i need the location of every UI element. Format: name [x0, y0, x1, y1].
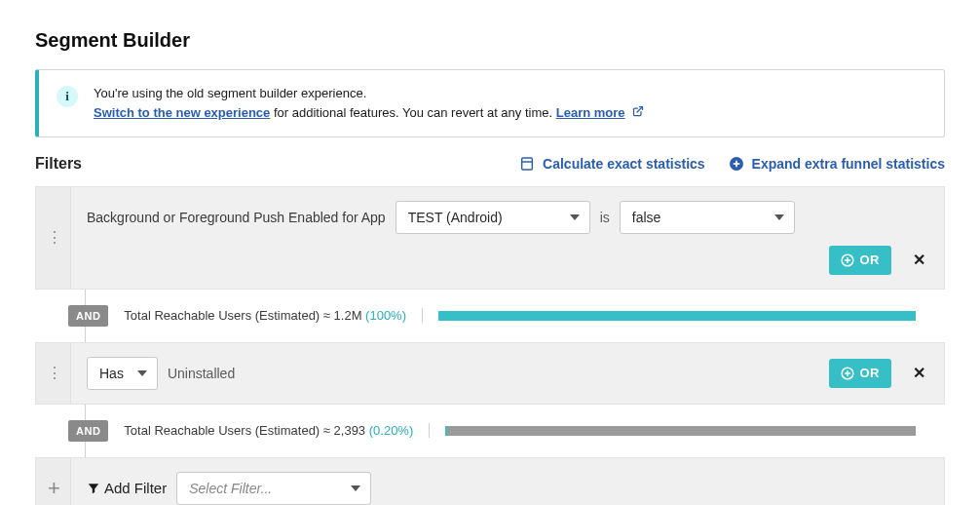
reach-prefix: Total Reachable Users (Estimated) ≈: [124, 423, 333, 438]
filter-row-2: ⋮ Has Uninstalled OR ✕: [35, 342, 945, 405]
notice-tail: for additional features. You can revert …: [270, 105, 555, 120]
add-filter-select[interactable]: Select Filter...: [176, 472, 371, 505]
filter-1-actions: OR ✕: [87, 246, 928, 275]
add-filter-row: + Add Filter Select Filter...: [35, 457, 945, 505]
filter-1-condition: Background or Foreground Push Enabled fo…: [87, 201, 928, 234]
and-chip: AND: [68, 305, 108, 327]
or-button[interactable]: OR: [829, 359, 892, 388]
filter-row-1: ⋮ Background or Foreground Push Enabled …: [35, 186, 945, 290]
reach-value: 2,393: [334, 423, 366, 438]
drag-handle-icon[interactable]: ⋮: [36, 187, 71, 289]
remove-filter-button[interactable]: ✕: [909, 364, 928, 382]
chevron-down-icon: [137, 370, 147, 376]
plus-circle-icon: [841, 367, 854, 380]
reach-text-1: Total Reachable Users (Estimated) ≈ 1.2M…: [124, 308, 423, 323]
calculate-stats-link[interactable]: Calculate exact statistics: [519, 156, 705, 172]
filter-2-condition: Has Uninstalled: [87, 357, 235, 390]
reach-value: 1.2M: [334, 308, 362, 323]
app-select-value: TEST (Android): [408, 210, 503, 225]
filters-header: Filters Calculate exact statistics Expan…: [35, 155, 945, 173]
reach-text-2: Total Reachable Users (Estimated) ≈ 2,39…: [124, 423, 430, 438]
stat-links: Calculate exact statistics Expand extra …: [519, 156, 945, 172]
learn-more-link[interactable]: Learn more: [556, 105, 625, 120]
chevron-down-icon: [570, 214, 580, 220]
value-select[interactable]: false: [620, 201, 795, 234]
expand-funnel-stats-label: Expand extra funnel statistics: [752, 156, 945, 172]
external-link-icon: [632, 103, 644, 123]
old-experience-notice: i You're using the old segment builder e…: [35, 69, 945, 137]
plus-circle-icon: [841, 253, 854, 267]
app-select[interactable]: TEST (Android): [396, 201, 590, 234]
or-button-label: OR: [860, 366, 881, 380]
and-chip: AND: [68, 420, 108, 442]
reach-bar-2: [445, 426, 945, 436]
drag-handle-icon[interactable]: ⋮: [36, 343, 71, 404]
value-select-value: false: [632, 210, 661, 225]
filter-1-label: Background or Foreground Push Enabled fo…: [87, 210, 386, 225]
has-select[interactable]: Has: [87, 357, 158, 390]
and-row-2: AND Total Reachable Users (Estimated) ≈ …: [35, 405, 945, 457]
notice-line1: You're using the old segment builder exp…: [94, 86, 366, 100]
chevron-down-icon: [351, 486, 360, 491]
reach-bar-1: [438, 311, 945, 321]
filters-timeline: ⋮ Background or Foreground Push Enabled …: [35, 186, 945, 505]
switch-experience-link[interactable]: Switch to the new experience: [94, 105, 270, 120]
filter-2-actions: OR ✕: [829, 359, 929, 388]
is-word: is: [600, 210, 610, 225]
remove-filter-button[interactable]: ✕: [909, 251, 928, 269]
add-filter-plus-icon[interactable]: +: [36, 458, 71, 505]
has-select-value: Has: [99, 366, 124, 381]
and-row-1: AND Total Reachable Users (Estimated) ≈ …: [35, 290, 945, 342]
or-button[interactable]: OR: [829, 246, 892, 275]
filters-title: Filters: [35, 155, 82, 173]
funnel-icon: [87, 482, 100, 495]
uninstalled-label: Uninstalled: [168, 366, 235, 381]
reach-pct: (0.20%): [369, 423, 414, 438]
svg-line-0: [637, 107, 643, 113]
or-button-label: OR: [860, 252, 881, 267]
expand-funnel-stats-link[interactable]: Expand extra funnel statistics: [729, 156, 945, 172]
add-filter-label: Add Filter: [87, 480, 167, 496]
page-title: Segment Builder: [35, 29, 945, 52]
info-icon: i: [57, 86, 78, 107]
reach-prefix: Total Reachable Users (Estimated) ≈: [124, 308, 333, 323]
notice-message: You're using the old segment builder exp…: [94, 84, 644, 123]
add-filter-text: Add Filter: [104, 480, 167, 496]
plus-circle-icon: [729, 156, 744, 172]
calculator-icon: [519, 156, 535, 172]
svg-rect-1: [522, 158, 533, 170]
calculate-stats-label: Calculate exact statistics: [543, 156, 705, 172]
add-filter-placeholder: Select Filter...: [189, 481, 272, 496]
reach-pct: (100%): [365, 308, 406, 323]
chevron-down-icon: [774, 214, 784, 220]
